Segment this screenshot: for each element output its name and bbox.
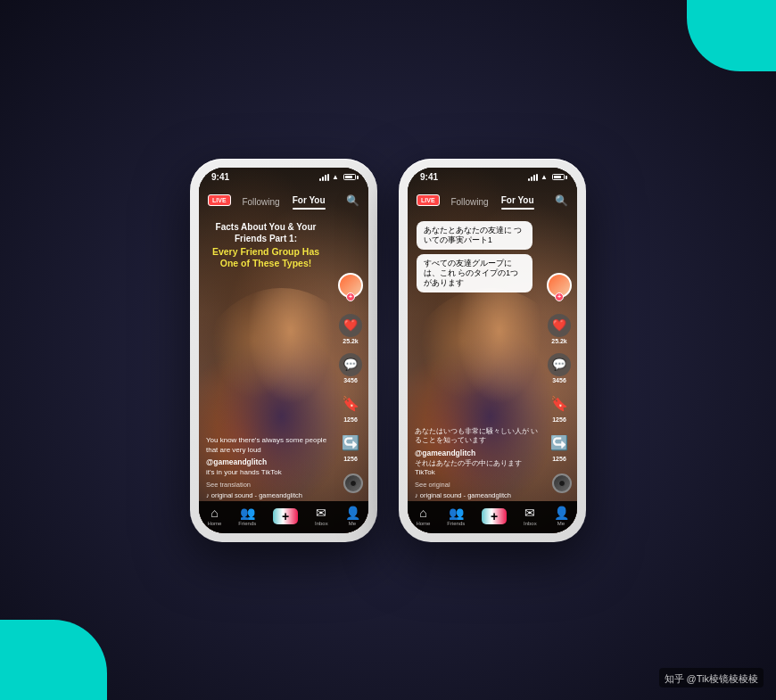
like-count-1: 25.2k bbox=[343, 338, 359, 344]
follow-button-1[interactable]: + bbox=[346, 292, 355, 301]
page-watermark: 知乎 @Tik棱镜棱棱棱 bbox=[659, 668, 764, 688]
inbox-label-2: Inbox bbox=[524, 521, 537, 526]
bookmark-button-2[interactable]: 🔖 1256 bbox=[548, 392, 571, 423]
share-button-2[interactable]: ↪️ 1256 bbox=[548, 432, 571, 462]
bookmark-button-1[interactable]: 🔖 1256 bbox=[339, 392, 362, 423]
record-disc-2 bbox=[552, 474, 572, 493]
inbox-label-1: Inbox bbox=[315, 521, 328, 526]
nav-inbox-1[interactable]: ✉ Inbox bbox=[315, 506, 328, 526]
nav-plus-1[interactable]: + bbox=[273, 508, 298, 524]
phone-2: 9:41 ▲ bbox=[399, 159, 586, 542]
speech-bubble-1: あなたとあなたの友達に ついての事実パート1 bbox=[417, 221, 532, 250]
signal-bar-3 bbox=[325, 175, 326, 181]
phone-1: 9:41 ▲ bbox=[190, 159, 377, 542]
record-inner-2 bbox=[558, 480, 565, 487]
phone-2-screen: 9:41 ▲ bbox=[408, 168, 577, 533]
record-inner-1 bbox=[350, 480, 357, 487]
friends-icon-1: 👥 bbox=[240, 506, 255, 520]
video-description-1: You know there's always some people that… bbox=[206, 436, 333, 455]
nav-me-2[interactable]: 👤 Me bbox=[554, 506, 569, 526]
video-bubbles-2: あなたとあなたの友達に ついての事実パート1 すべての友達グループには、これ ら… bbox=[417, 221, 532, 297]
inbox-icon-1: ✉ bbox=[316, 506, 326, 520]
friends-label-2: Friends bbox=[447, 521, 465, 526]
plus-icon-2[interactable]: + bbox=[482, 508, 507, 524]
share-count-2: 1256 bbox=[552, 456, 566, 462]
nav-inbox-2[interactable]: ✉ Inbox bbox=[524, 506, 537, 526]
search-icon-1[interactable]: 🔍 bbox=[346, 194, 359, 207]
status-bar-1: 9:41 ▲ bbox=[199, 168, 368, 187]
tab-underline-2 bbox=[501, 208, 534, 210]
username-2[interactable]: @gameandglitch bbox=[415, 449, 541, 457]
bookmark-icon-1: 🔖 bbox=[339, 392, 362, 416]
status-icons-1: ▲ bbox=[319, 173, 356, 181]
bottom-nav-2: ⌂ Home 👥 Friends + ✉ Inbox bbox=[408, 501, 577, 533]
search-icon-2[interactable]: 🔍 bbox=[555, 194, 568, 207]
phone-2-screen-container: 9:41 ▲ bbox=[408, 168, 577, 533]
nav-friends-1[interactable]: 👥 Friends bbox=[238, 506, 256, 526]
watermark-text: 知乎 @Tik棱镜棱棱棱 bbox=[665, 673, 758, 684]
video-title-white-1: Facts About You & Your Friends Part 1: bbox=[208, 221, 324, 244]
translate-link-1[interactable]: See translation bbox=[206, 481, 333, 489]
follow-button-2[interactable]: + bbox=[555, 292, 564, 301]
nav-home-2[interactable]: ⌂ Home bbox=[416, 506, 430, 526]
status-icons-2: ▲ bbox=[528, 173, 565, 181]
comment-button-2[interactable]: 💬 3456 bbox=[548, 353, 571, 383]
avatar-container-2[interactable]: + bbox=[547, 273, 572, 298]
signal-bar-2 bbox=[322, 177, 324, 181]
like-button-1[interactable]: ❤️ 25.2k bbox=[339, 314, 362, 344]
home-label-2: Home bbox=[416, 521, 430, 526]
nav-friends-2[interactable]: 👥 Friends bbox=[447, 506, 465, 526]
friends-icon-2: 👥 bbox=[449, 506, 464, 520]
signal-bars-2 bbox=[528, 174, 538, 181]
signal-bar-1 bbox=[319, 178, 321, 181]
sound-line-2: それはあなたの手の中にありますTikTok bbox=[415, 459, 541, 478]
translate-link-2[interactable]: See original bbox=[415, 481, 541, 489]
share-count-1: 1256 bbox=[343, 456, 358, 462]
battery-icon-2 bbox=[552, 174, 565, 180]
nav-me-1[interactable]: 👤 Me bbox=[345, 506, 360, 526]
username-1[interactable]: @gameandglitch bbox=[206, 457, 333, 466]
bubble-text-2: すべての友達グループには、これ らのタイプの1つがあります bbox=[424, 259, 525, 288]
record-disc-1 bbox=[343, 474, 363, 493]
sound-info-1: ♪ original sound - gameandglitch bbox=[206, 491, 333, 499]
phones-container: 9:41 ▲ bbox=[190, 159, 586, 542]
comment-icon-1: 💬 bbox=[339, 353, 362, 376]
me-label-1: Me bbox=[349, 521, 356, 526]
bottom-info-2: あなたはいつも非常に騒々しい人が いることを知っています @gameandgli… bbox=[415, 427, 541, 499]
status-time-1: 9:41 bbox=[211, 172, 229, 182]
bottom-info-1: You know there's always some people that… bbox=[206, 436, 333, 498]
following-tab-2[interactable]: Following bbox=[450, 193, 488, 209]
following-tab-1[interactable]: Following bbox=[242, 193, 279, 209]
nav-tabs-2: Following For You bbox=[450, 191, 533, 210]
battery-fill-2 bbox=[554, 176, 561, 178]
nav-tabs-1: Following For You bbox=[242, 191, 325, 210]
video-description-2: あなたはいつも非常に騒々しい人が いることを知っています bbox=[415, 427, 541, 446]
comment-icon-2: 💬 bbox=[548, 353, 571, 376]
status-bar-2: 9:41 ▲ bbox=[408, 168, 577, 187]
bottom-nav-1: ⌂ Home 👥 Friends + ✉ Inbox bbox=[199, 501, 368, 533]
sound-info-2: ♪ original sound - gameandglitch bbox=[415, 491, 541, 499]
top-nav-1: LIVE Following For You 🔍 bbox=[199, 187, 368, 214]
plus-icon-1[interactable]: + bbox=[273, 508, 298, 524]
sound-text-1: ♪ original sound - gameandglitch bbox=[206, 491, 302, 499]
phone-1-screen: 9:41 ▲ bbox=[199, 168, 368, 533]
bookmark-count-1: 1256 bbox=[343, 416, 358, 423]
for-you-tab-1[interactable]: For You bbox=[293, 191, 326, 210]
battery-icon-1 bbox=[343, 174, 356, 180]
live-badge-2[interactable]: LIVE bbox=[417, 194, 440, 206]
live-badge-1[interactable]: LIVE bbox=[208, 194, 231, 206]
comment-button-1[interactable]: 💬 3456 bbox=[339, 353, 362, 383]
bookmark-count-2: 1256 bbox=[552, 416, 566, 423]
right-icons-2: + ❤️ 25.2k 💬 3456 🔖 1256 ↪ bbox=[547, 273, 572, 462]
share-button-1[interactable]: ↪️ 1256 bbox=[339, 432, 362, 462]
for-you-tab-2[interactable]: For You bbox=[501, 191, 534, 210]
sound-line-1: it's in your hands TikTok bbox=[206, 468, 333, 477]
like-button-2[interactable]: ❤️ 25.2k bbox=[548, 314, 571, 344]
comment-count-2: 3456 bbox=[552, 377, 566, 383]
share-icon-1: ↪️ bbox=[339, 432, 362, 455]
nav-plus-2[interactable]: + bbox=[482, 508, 507, 524]
home-label-1: Home bbox=[207, 521, 221, 526]
avatar-container-1[interactable]: + bbox=[338, 273, 363, 298]
nav-home-1[interactable]: ⌂ Home bbox=[207, 506, 221, 526]
video-title-yellow-1: Every Friend Group Has One of These Type… bbox=[208, 246, 324, 270]
